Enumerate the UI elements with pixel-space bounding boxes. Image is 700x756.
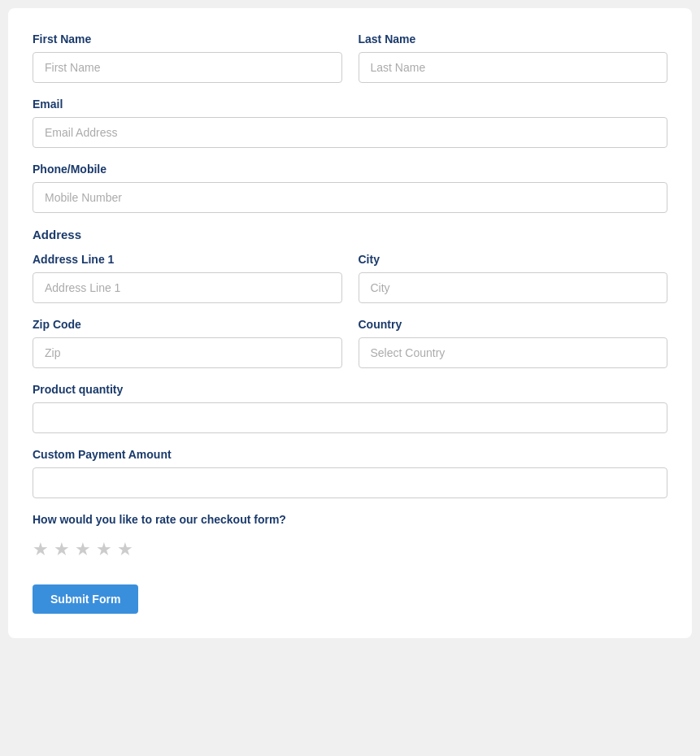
country-label: Country <box>359 318 668 331</box>
phone-group: Phone/Mobile <box>33 163 667 213</box>
city-group: City <box>359 253 668 303</box>
star-2[interactable]: ★ <box>54 539 70 560</box>
rating-group: How would you like to rate our checkout … <box>33 513 667 576</box>
star-1[interactable]: ★ <box>33 539 49 560</box>
star-5[interactable]: ★ <box>117 539 133 560</box>
first-name-group: First Name <box>33 33 342 83</box>
email-label: Email <box>33 98 667 111</box>
email-group: Email <box>33 98 667 148</box>
city-label: City <box>359 253 668 266</box>
name-row: First Name Last Name <box>33 33 667 83</box>
custom-payment-group: Custom Payment Amount <box>33 448 667 498</box>
address-line1-input[interactable] <box>33 272 342 303</box>
last-name-group: Last Name <box>359 33 668 83</box>
phone-label: Phone/Mobile <box>33 163 667 176</box>
first-name-label: First Name <box>33 33 342 46</box>
address-section-title: Address <box>33 228 667 241</box>
stars-container: ★ ★ ★ ★ ★ <box>33 539 667 560</box>
address-city-row: Address Line 1 City <box>33 253 667 303</box>
custom-payment-label: Custom Payment Amount <box>33 448 667 461</box>
product-quantity-group: Product quantity <box>33 383 667 433</box>
last-name-label: Last Name <box>359 33 668 46</box>
product-quantity-input[interactable] <box>33 402 667 433</box>
address-section: Address Address Line 1 City Zip Code Cou… <box>33 228 667 368</box>
country-input[interactable] <box>359 337 668 368</box>
submit-button[interactable]: Submit Form <box>33 584 138 614</box>
form-container: First Name Last Name Email Phone/Mobile … <box>8 8 692 638</box>
last-name-input[interactable] <box>359 52 668 83</box>
zip-country-row: Zip Code Country <box>33 318 667 368</box>
address-line1-label: Address Line 1 <box>33 253 342 266</box>
product-quantity-label: Product quantity <box>33 383 667 396</box>
address-line1-group: Address Line 1 <box>33 253 342 303</box>
rating-label: How would you like to rate our checkout … <box>33 513 667 526</box>
email-input[interactable] <box>33 117 667 148</box>
zip-label: Zip Code <box>33 318 342 331</box>
zip-group: Zip Code <box>33 318 342 368</box>
star-3[interactable]: ★ <box>75 539 91 560</box>
zip-input[interactable] <box>33 337 342 368</box>
custom-payment-input[interactable] <box>33 467 667 498</box>
country-group: Country <box>359 318 668 368</box>
city-input[interactable] <box>359 272 668 303</box>
phone-input[interactable] <box>33 182 667 213</box>
star-4[interactable]: ★ <box>96 539 112 560</box>
first-name-input[interactable] <box>33 52 342 83</box>
